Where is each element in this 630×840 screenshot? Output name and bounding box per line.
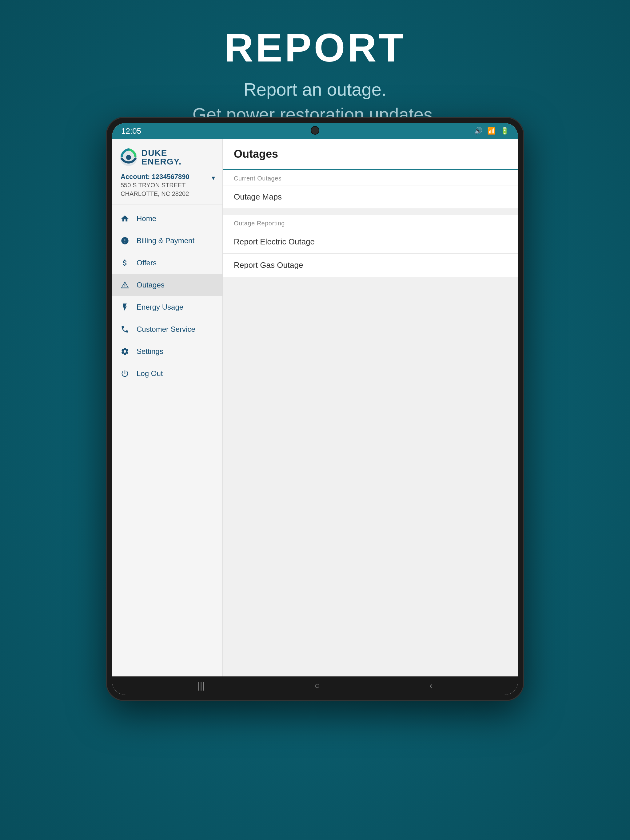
section-header-current: Current Outages (223, 170, 518, 185)
sidebar-item-energy-label: Energy Usage (136, 303, 184, 311)
offers-icon (119, 257, 130, 268)
sidebar-item-outages[interactable]: Outages (112, 274, 222, 296)
sidebar-item-billing-label: Billing & Payment (136, 237, 195, 245)
menu-item-outage-maps[interactable]: Outage Maps (223, 185, 518, 209)
logout-icon (119, 368, 130, 379)
app-content: DUKE ENERGY. Account: 1234567890 550 S T… (112, 139, 518, 676)
panel-title: Outages (234, 148, 278, 160)
sidebar-item-home[interactable]: Home (112, 208, 222, 230)
bottom-nav-home[interactable]: ○ (314, 681, 320, 691)
account-city: CHARLOTTE, NC 28202 (120, 189, 190, 198)
settings-icon (119, 346, 130, 357)
sidebar-logo-area: DUKE ENERGY. Account: 1234567890 550 S T… (112, 139, 222, 204)
panel-body: Current Outages Outage Maps Outage Repor… (223, 170, 518, 676)
sidebar-item-customer-service[interactable]: Customer Service (112, 318, 222, 340)
sound-icon: 🔊 (474, 127, 482, 135)
section-header-reporting: Outage Reporting (223, 215, 518, 230)
logo-container: DUKE ENERGY. (119, 148, 215, 167)
duke-energy-logo-icon (119, 148, 138, 167)
sidebar-nav: Home Billing & Payment O (112, 204, 222, 676)
sidebar-item-settings-label: Settings (136, 347, 163, 356)
sidebar-item-energy-usage[interactable]: Energy Usage (112, 296, 222, 318)
panel-header: Outages (223, 139, 518, 170)
sidebar: DUKE ENERGY. Account: 1234567890 550 S T… (112, 139, 223, 676)
bottom-nav-bar: ||| ○ ‹ (112, 676, 518, 695)
account-info: Account: 1234567890 550 S TRYON STREET C… (119, 173, 190, 198)
status-time: 12:05 (121, 126, 141, 136)
sidebar-item-offers-label: Offers (136, 259, 157, 267)
hero-title: REPORT (0, 25, 630, 71)
energy-icon (119, 302, 130, 313)
svg-point-1 (126, 155, 131, 160)
hero-subtitle-line1: Report an outage. (244, 79, 386, 99)
tablet-device: 12:05 🔊 📶 🔋 (106, 117, 524, 701)
section-label-reporting: Outage Reporting (234, 220, 285, 227)
wifi-icon: 📶 (487, 127, 495, 135)
sidebar-item-customer-service-label: Customer Service (136, 325, 195, 333)
main-panel: Outages Current Outages Outage Maps Outa… (223, 139, 518, 676)
bottom-nav-menu[interactable]: ||| (198, 681, 204, 691)
section-gap (223, 209, 518, 215)
tablet-wrapper: 12:05 🔊 📶 🔋 (106, 117, 524, 701)
logo-energy: ENERGY. (141, 158, 182, 166)
logo-text: DUKE ENERGY. (141, 149, 182, 166)
bottom-nav-back[interactable]: ‹ (429, 681, 432, 691)
sidebar-item-logout-label: Log Out (136, 369, 163, 378)
phone-icon (119, 324, 130, 335)
sidebar-item-logout[interactable]: Log Out (112, 363, 222, 385)
battery-icon: 🔋 (500, 127, 509, 135)
account-number: Account: 1234567890 (120, 173, 190, 181)
menu-item-report-electric[interactable]: Report Electric Outage (223, 230, 518, 254)
tablet-camera (311, 126, 319, 135)
outages-icon (119, 279, 130, 291)
billing-icon (119, 235, 130, 246)
sidebar-item-settings[interactable]: Settings (112, 340, 222, 363)
sidebar-item-outages-label: Outages (136, 281, 165, 289)
menu-item-report-gas[interactable]: Report Gas Outage (223, 254, 518, 277)
tablet-screen: 12:05 🔊 📶 🔋 (112, 123, 518, 695)
home-icon (119, 213, 130, 224)
hero-section: REPORT Report an outage. Get power resto… (0, 0, 630, 127)
sidebar-item-billing[interactable]: Billing & Payment (112, 230, 222, 252)
sidebar-item-home-label: Home (136, 214, 156, 223)
logo-duke: DUKE (141, 149, 182, 158)
account-row: Account: 1234567890 550 S TRYON STREET C… (119, 173, 215, 198)
section-label-current: Current Outages (234, 175, 282, 182)
sidebar-item-offers[interactable]: Offers (112, 252, 222, 274)
account-dropdown-arrow[interactable]: ▾ (212, 174, 215, 182)
account-street: 550 S TRYON STREET (120, 181, 190, 189)
status-icons: 🔊 📶 🔋 (474, 127, 509, 135)
